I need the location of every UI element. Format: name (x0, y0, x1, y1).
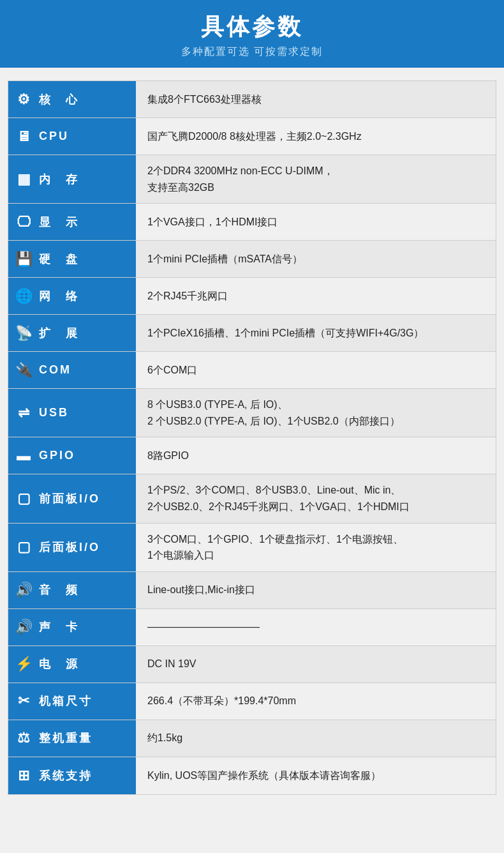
com-icon: 🔌 (15, 362, 34, 379)
memory-icon: ▦ (15, 171, 34, 188)
spec-value-memory: 2个DDR4 3200MHz non-ECC U-DIMM， 支持至高32GB (136, 155, 496, 203)
spec-label-text-rear-panel: 后面板I/O (39, 540, 100, 555)
spec-value-audio: Line-out接口,Mic-in接口 (136, 572, 496, 608)
spec-label-text-core: 核 心 (39, 92, 79, 107)
spec-label-expansion: 📡扩 展 (8, 315, 136, 351)
core-icon: ⚙ (15, 91, 34, 108)
page-subtitle: 多种配置可选 可按需求定制 (0, 45, 504, 59)
spec-label-gpio: ▬GPIO (8, 437, 136, 474)
spec-label-text-power: 电 源 (39, 656, 79, 672)
spec-value-chassis: 266.4（不带耳朵）*199.4*70mm (136, 683, 496, 720)
spec-label-harddisk: 💾硬 盘 (8, 241, 136, 277)
spec-row-memory: ▦内 存2个DDR4 3200MHz non-ECC U-DIMM， 支持至高3… (8, 155, 496, 204)
spec-label-network: 🌐网 络 (8, 278, 136, 314)
spec-label-text-front-panel: 前面板I/O (39, 491, 100, 506)
spec-value-os: Kylin, UOS等国产操作系统（具体版本请咨询客服） (136, 757, 496, 794)
spec-value-harddisk: 1个mini PCIe插槽（mSATA信号） (136, 241, 496, 277)
spec-row-cpu: 🖥CPU国产飞腾D2000/8 8核处理器，主频2.0~2.3GHz (8, 118, 496, 155)
spec-value-rear-panel: 3个COM口、1个GPIO、1个硬盘指示灯、1个电源按钮、 1个电源输入口 (136, 524, 496, 571)
spec-label-chassis: ✂机箱尺寸 (8, 683, 136, 720)
audio-icon: 🔊 (15, 582, 34, 598)
spec-row-com: 🔌COM6个COM口 (8, 352, 496, 389)
spec-label-text-os: 系统支持 (39, 768, 93, 783)
soundcard-icon: 🔊 (15, 619, 34, 635)
gpio-icon: ▬ (15, 448, 34, 464)
spec-label-memory: ▦内 存 (8, 155, 136, 203)
spec-label-os: ⊞系统支持 (8, 757, 136, 794)
spec-value-weight: 约1.5kg (136, 720, 496, 757)
expansion-icon: 📡 (15, 325, 34, 342)
spec-label-com: 🔌COM (8, 352, 136, 388)
spec-label-text-gpio: GPIO (39, 449, 75, 462)
spec-label-text-com: COM (39, 363, 71, 377)
spec-value-gpio: 8路GPIO (136, 437, 496, 474)
usb-icon: ⇌ (15, 405, 34, 421)
spec-label-soundcard: 🔊声 卡 (8, 609, 136, 645)
spec-row-usb: ⇌USB8 个USB3.0 (TYPE-A, 后 IO)、 2 个USB2.0 … (8, 389, 496, 437)
page-title: 具体参数 (0, 11, 504, 43)
spec-label-text-weight: 整机重量 (39, 730, 93, 746)
spec-row-power: ⚡电 源DC IN 19V (8, 646, 496, 683)
os-icon: ⊞ (15, 767, 34, 784)
spec-label-text-audio: 音 频 (39, 582, 79, 598)
spec-label-text-memory: 内 存 (39, 172, 79, 187)
spec-value-display: 1个VGA接口，1个HDMI接口 (136, 204, 496, 240)
spec-label-audio: 🔊音 频 (8, 572, 136, 608)
power-icon: ⚡ (15, 656, 34, 672)
spec-row-front-panel: ▢前面板I/O1个PS/2、3个COM口、8个USB3.0、Line-out、M… (8, 474, 496, 523)
harddisk-icon: 💾 (15, 251, 34, 268)
spec-table: ⚙核 心集成8个FTC663处理器核🖥CPU国产飞腾D2000/8 8核处理器，… (8, 80, 496, 795)
spec-row-soundcard: 🔊声 卡——————————— (8, 609, 496, 646)
spec-value-front-panel: 1个PS/2、3个COM口、8个USB3.0、Line-out、Mic in、 … (136, 474, 496, 522)
spec-label-core: ⚙核 心 (8, 81, 136, 117)
network-icon: 🌐 (15, 288, 34, 305)
spec-row-gpio: ▬GPIO8路GPIO (8, 437, 496, 474)
spec-row-display: 🖵显 示1个VGA接口，1个HDMI接口 (8, 204, 496, 241)
front-panel-icon: ▢ (15, 490, 34, 507)
spec-label-usb: ⇌USB (8, 389, 136, 437)
rear-panel-icon: ▢ (15, 539, 34, 555)
spec-label-rear-panel: ▢后面板I/O (8, 524, 136, 571)
chassis-icon: ✂ (15, 693, 34, 709)
spec-label-text-usb: USB (39, 406, 69, 419)
display-icon: 🖵 (15, 214, 34, 230)
spec-label-text-network: 网 络 (39, 289, 79, 304)
spec-row-audio: 🔊音 频Line-out接口,Mic-in接口 (8, 572, 496, 609)
spec-value-power: DC IN 19V (136, 646, 496, 683)
weight-icon: ⚖ (15, 730, 34, 746)
spec-row-expansion: 📡扩 展1个PCIeX16插槽、1个mini PCIe插槽（可支持WIFI+4G… (8, 315, 496, 352)
spec-label-weight: ⚖整机重量 (8, 720, 136, 757)
spec-value-expansion: 1个PCIeX16插槽、1个mini PCIe插槽（可支持WIFI+4G/3G） (136, 315, 496, 351)
spec-value-com: 6个COM口 (136, 352, 496, 388)
spec-label-power: ⚡电 源 (8, 646, 136, 683)
spec-label-text-expansion: 扩 展 (39, 326, 79, 341)
header: 具体参数 多种配置可选 可按需求定制 (0, 0, 504, 68)
spec-row-os: ⊞系统支持Kylin, UOS等国产操作系统（具体版本请咨询客服） (8, 757, 496, 794)
spec-label-text-harddisk: 硬 盘 (39, 252, 79, 267)
spec-value-core: 集成8个FTC663处理器核 (136, 81, 496, 117)
spec-label-display: 🖵显 示 (8, 204, 136, 240)
spec-row-weight: ⚖整机重量约1.5kg (8, 720, 496, 757)
spec-label-text-display: 显 示 (39, 215, 79, 230)
spec-label-front-panel: ▢前面板I/O (8, 474, 136, 522)
spec-row-core: ⚙核 心集成8个FTC663处理器核 (8, 81, 496, 118)
spec-row-harddisk: 💾硬 盘1个mini PCIe插槽（mSATA信号） (8, 241, 496, 278)
spec-value-network: 2个RJ45千兆网口 (136, 278, 496, 314)
spec-label-text-cpu: CPU (39, 130, 69, 143)
spec-label-cpu: 🖥CPU (8, 118, 136, 155)
spec-value-usb: 8 个USB3.0 (TYPE-A, 后 IO)、 2 个USB2.0 (TYP… (136, 389, 496, 437)
spec-row-network: 🌐网 络2个RJ45千兆网口 (8, 278, 496, 315)
spec-row-chassis: ✂机箱尺寸266.4（不带耳朵）*199.4*70mm (8, 683, 496, 720)
spec-label-text-chassis: 机箱尺寸 (39, 693, 93, 709)
cpu-icon: 🖥 (15, 128, 34, 145)
spec-row-rear-panel: ▢后面板I/O3个COM口、1个GPIO、1个硬盘指示灯、1个电源按钮、 1个电… (8, 524, 496, 572)
spec-label-text-soundcard: 声 卡 (39, 619, 79, 635)
spec-value-soundcard: ——————————— (136, 609, 496, 645)
spec-value-cpu: 国产飞腾D2000/8 8核处理器，主频2.0~2.3GHz (136, 118, 496, 155)
